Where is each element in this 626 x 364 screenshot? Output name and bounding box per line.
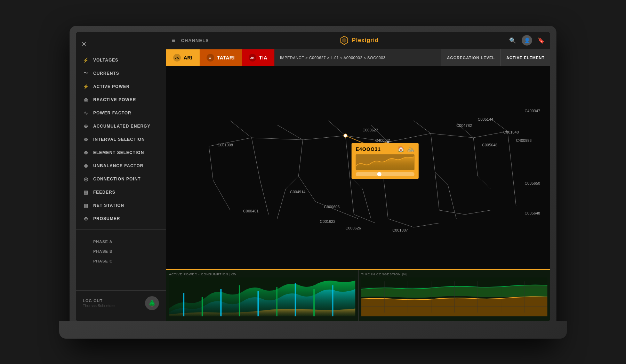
svg-rect-68 bbox=[183, 293, 184, 316]
svg-line-6 bbox=[388, 133, 431, 142]
voltages-icon: ⚡ bbox=[83, 57, 89, 63]
svg-rect-69 bbox=[202, 297, 203, 316]
tooltip-slider[interactable] bbox=[356, 172, 415, 176]
svg-point-47 bbox=[344, 134, 347, 137]
svg-text:C400996: C400996 bbox=[516, 138, 532, 143]
svg-line-43 bbox=[362, 189, 371, 219]
svg-rect-72 bbox=[257, 291, 259, 316]
svg-line-22 bbox=[354, 214, 375, 223]
active-element-button[interactable]: ACTIVE ELEMENT bbox=[500, 49, 550, 66]
svg-line-35 bbox=[414, 121, 431, 134]
svg-text:C005648: C005648 bbox=[524, 211, 540, 215]
sidebar-nav: ⚡ VOLTAGES 〜 CURRENTS ⚡ ACTIVE POWER ◎ R… bbox=[76, 54, 166, 290]
phase-a-item[interactable]: PHASE A bbox=[76, 237, 166, 246]
svg-line-30 bbox=[512, 168, 516, 206]
svg-line-33 bbox=[328, 121, 345, 136]
svg-line-12 bbox=[350, 176, 354, 214]
breadcrumb: IMPEDANCE > C000627 > L.01 < A0000002 < … bbox=[274, 49, 441, 66]
phase-c-item[interactable]: PHASE C bbox=[76, 256, 166, 266]
tooltip-home-icon[interactable]: 🏠 bbox=[398, 146, 404, 152]
svg-line-19 bbox=[260, 180, 269, 214]
svg-text:C004914: C004914 bbox=[290, 189, 306, 194]
laptop-base bbox=[59, 321, 567, 339]
svg-line-11 bbox=[345, 136, 350, 176]
left-chart-panel: ACTIVE POWER - CONSUMPTION [kW] bbox=[166, 270, 359, 321]
svg-text:C005648: C005648 bbox=[482, 143, 498, 147]
sidebar-item-power-factor[interactable]: ∿ POWER FACTOR bbox=[76, 106, 166, 120]
map-tooltip: E4OOO31 🏠 🚲 bbox=[352, 143, 419, 179]
svg-line-10 bbox=[298, 176, 315, 202]
map-canvas: C400347 C005144 C001640 C400996 C004782 … bbox=[166, 66, 550, 269]
bookmark-icon[interactable]: 🔖 bbox=[538, 37, 545, 44]
svg-text:C005144: C005144 bbox=[477, 117, 493, 121]
svg-line-41 bbox=[477, 176, 490, 189]
search-icon[interactable]: 🔍 bbox=[509, 37, 516, 44]
svg-line-18 bbox=[251, 138, 260, 180]
topbar-logo: Plexigrid bbox=[215, 35, 504, 45]
accumulated-energy-icon: ⊕ bbox=[83, 123, 89, 129]
connection-point-icon: ◎ bbox=[83, 176, 89, 182]
bottom-charts: ACTIVE POWER - CONSUMPTION [kW] bbox=[166, 269, 550, 321]
svg-line-31 bbox=[230, 121, 251, 138]
sidebar-footer: LOG OUT Thomas Schneider 🌲 bbox=[76, 290, 166, 316]
sidebar-item-currents[interactable]: 〜 CURRENTS bbox=[76, 67, 166, 80]
plexigrid-logo-icon bbox=[339, 35, 349, 45]
svg-text:C004782: C004782 bbox=[456, 123, 472, 128]
sidebar-item-voltages[interactable]: ⚡ VOLTAGES bbox=[76, 54, 166, 67]
currents-icon: 〜 bbox=[83, 70, 89, 76]
svg-line-14 bbox=[384, 180, 388, 218]
menu-icon[interactable]: ≡ bbox=[172, 37, 176, 44]
svg-marker-1 bbox=[342, 38, 346, 43]
sidebar-item-accumulated-energy[interactable]: ⊕ ACCUMULATED ENERGY bbox=[76, 120, 166, 133]
svg-line-21 bbox=[337, 210, 358, 219]
left-chart-title: ACTIVE POWER - CONSUMPTION [kW] bbox=[169, 273, 355, 276]
svg-line-26 bbox=[465, 210, 491, 214]
svg-line-23 bbox=[388, 219, 414, 227]
sidebar-item-reactive-power[interactable]: ◎ REACTIVE POWER bbox=[76, 93, 166, 106]
svg-line-32 bbox=[277, 125, 303, 140]
sidebar-item-connection-point[interactable]: ◎ CONNECTION POINT bbox=[76, 172, 166, 186]
active-power-icon: ⚡ bbox=[83, 83, 89, 90]
svg-line-8 bbox=[473, 131, 507, 137]
topbar-avatar[interactable]: 👤 bbox=[522, 35, 532, 46]
svg-line-38 bbox=[286, 176, 298, 189]
phase-b-item[interactable]: PHASE B bbox=[76, 246, 166, 256]
topbar-actions: 🔍 👤 🔖 bbox=[509, 35, 545, 46]
logout-label[interactable]: LOG OUT bbox=[83, 299, 141, 303]
tooltip-node-id: E4OOO31 bbox=[356, 146, 381, 152]
left-chart-svg bbox=[169, 277, 355, 316]
map-container[interactable]: C400347 C005144 C001640 C400996 C004782 … bbox=[166, 66, 550, 269]
tia-tab-icon: JK bbox=[249, 54, 256, 62]
svg-line-9 bbox=[298, 140, 303, 176]
svg-line-42 bbox=[277, 189, 286, 219]
svg-text:C000626: C000626 bbox=[345, 226, 361, 230]
sidebar-item-net-station[interactable]: ▤ NET STATION bbox=[76, 199, 166, 212]
sidebar-item-prosumer[interactable]: ⊕ PROSUMER bbox=[76, 212, 166, 225]
user-avatar: 🌲 bbox=[145, 296, 159, 310]
aggregation-level-button[interactable]: AGGREGATION LEVEL bbox=[441, 49, 500, 66]
sidebar-item-feeders[interactable]: ▤ FEEDERS bbox=[76, 186, 166, 199]
reactive-power-icon: ◎ bbox=[83, 97, 89, 103]
sidebar-item-interval-selection[interactable]: ⊗ INTERVAL SELECTION bbox=[76, 133, 166, 146]
svg-rect-71 bbox=[239, 285, 240, 316]
svg-line-28 bbox=[213, 180, 230, 210]
sidebar-item-active-power[interactable]: ⚡ ACTIVE POWER bbox=[76, 80, 166, 93]
channel-tab-tia[interactable]: JK Tia bbox=[242, 49, 274, 66]
tooltip-slider-thumb bbox=[377, 172, 381, 176]
element-selection-icon: ⊗ bbox=[83, 149, 89, 156]
channel-tab-tatari[interactable]: ⊙ Tatari bbox=[200, 49, 242, 66]
channel-tab-ari[interactable]: JK Ari bbox=[166, 49, 200, 66]
svg-text:C000606: C000606 bbox=[324, 204, 340, 209]
svg-line-16 bbox=[435, 172, 439, 210]
footer-info: LOG OUT Thomas Schneider bbox=[83, 299, 141, 308]
sidebar-item-element-selection[interactable]: ⊗ ELEMENT SELECTION bbox=[76, 146, 166, 159]
close-icon[interactable]: ✕ bbox=[81, 40, 87, 48]
svg-rect-76 bbox=[332, 285, 334, 316]
tooltip-bike-icon[interactable]: 🚲 bbox=[407, 146, 414, 152]
sidebar-item-unbalance-factor[interactable]: ⊗ UNBALANCE FACTOR bbox=[76, 159, 166, 172]
interval-selection-icon: ⊗ bbox=[83, 136, 89, 143]
svg-line-29 bbox=[507, 131, 512, 167]
svg-line-24 bbox=[414, 223, 439, 227]
svg-line-7 bbox=[431, 133, 474, 137]
tooltip-header: E4OOO31 🏠 🚲 bbox=[356, 146, 415, 152]
